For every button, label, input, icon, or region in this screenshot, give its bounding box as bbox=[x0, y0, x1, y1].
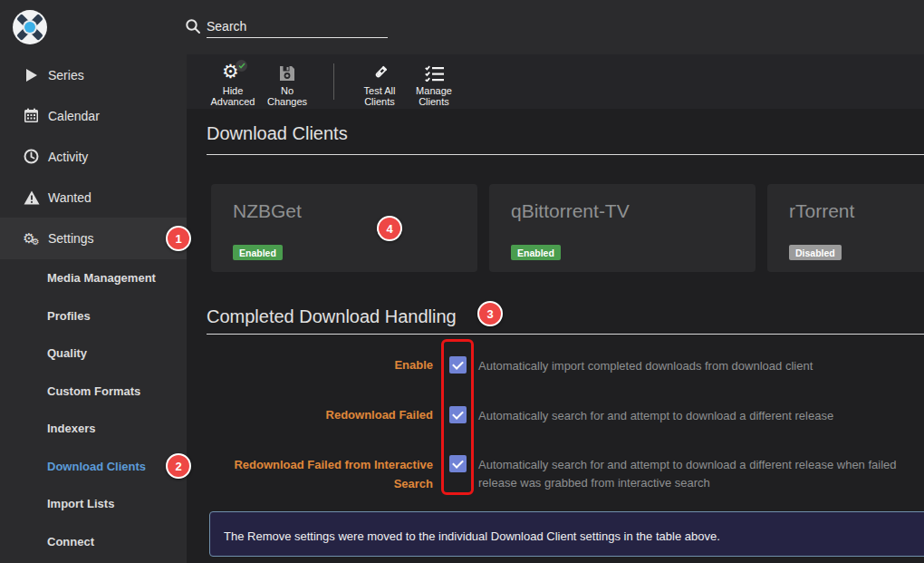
redownload-failed-interactive-help-text: Automatically search for and attempt to … bbox=[478, 456, 915, 492]
play-icon bbox=[23, 66, 40, 83]
client-name: rTorrent bbox=[789, 200, 924, 222]
annotation-badge-4: 4 bbox=[377, 216, 402, 241]
page-toolbar: ⚙ HideAdvanced NoChanges Test AllClients… bbox=[187, 54, 924, 109]
sidebar-item-import-lists[interactable]: Import Lists bbox=[0, 485, 187, 523]
status-badge: Enabled bbox=[511, 245, 561, 260]
client-name: qBittorrent-TV bbox=[511, 200, 734, 222]
sidebar-item-custom-formats[interactable]: Custom Formats bbox=[0, 373, 187, 411]
sidebar-item-quality[interactable]: Quality bbox=[0, 335, 187, 373]
download-client-cards: NZBGet Enabled qBittorrent-TV Enabled rT… bbox=[211, 184, 924, 272]
enable-help-text: Automatically import completed downloads… bbox=[478, 357, 915, 375]
search-area bbox=[185, 15, 393, 42]
warning-icon bbox=[23, 189, 40, 206]
redownload-failed-interactive-label: Redownload Failed from Interactive Searc… bbox=[207, 455, 433, 493]
app-window: Series Calendar Activity Wanted ⚙⚙ Setti… bbox=[0, 0, 924, 563]
search-input[interactable] bbox=[207, 15, 388, 38]
vial-icon bbox=[370, 63, 390, 84]
no-changes-button[interactable]: NoChanges bbox=[261, 54, 313, 109]
gears-icon: ⚙⚙ bbox=[23, 230, 40, 248]
clock-icon bbox=[23, 148, 40, 165]
completed-download-handling-heading: Completed Download Handling bbox=[207, 305, 924, 335]
advanced-gear-check-icon: ⚙ bbox=[222, 63, 244, 84]
download-client-card-nzbget[interactable]: NZBGet Enabled bbox=[211, 184, 477, 272]
client-name: NZBGet bbox=[233, 200, 456, 222]
status-badge: Disabled bbox=[789, 245, 842, 260]
save-icon bbox=[278, 63, 296, 84]
sidebar-item-media-management[interactable]: Media Management bbox=[0, 259, 187, 297]
hide-advanced-button[interactable]: ⚙ HideAdvanced bbox=[207, 54, 259, 109]
download-client-card-qbittorrent-tv[interactable]: qBittorrent-TV Enabled bbox=[489, 184, 756, 272]
download-client-card-rtorrent[interactable]: rTorrent Disabled bbox=[767, 184, 924, 272]
sidebar-item-series[interactable]: Series bbox=[0, 54, 187, 95]
sidebar-item-connect[interactable]: Connect bbox=[0, 523, 187, 561]
download-clients-heading: Download Clients bbox=[207, 121, 924, 155]
sidebar-item-calendar[interactable]: Calendar bbox=[0, 95, 187, 136]
sidebar-item-settings[interactable]: ⚙⚙ Settings bbox=[0, 218, 187, 259]
sidebar-item-label: Activity bbox=[48, 150, 88, 164]
annotation-badge-3: 3 bbox=[477, 301, 503, 326]
sidebar-item-label: Wanted bbox=[48, 190, 91, 205]
remove-settings-notice: The Remove settings were moved to the in… bbox=[209, 511, 924, 557]
toolbar-separator bbox=[333, 63, 334, 100]
main-content: Download Clients NZBGet Enabled qBittorr… bbox=[187, 109, 924, 563]
sidebar-item-profiles[interactable]: Profiles bbox=[0, 297, 187, 335]
status-badge: Enabled bbox=[233, 245, 283, 260]
sonarr-logo-icon[interactable] bbox=[13, 10, 47, 44]
sidebar-item-activity[interactable]: Activity bbox=[0, 136, 187, 177]
annotation-badge-2: 2 bbox=[166, 453, 191, 479]
sidebar-item-label: Calendar bbox=[48, 109, 100, 123]
calendar-icon bbox=[23, 107, 40, 124]
sidebar-item-download-clients[interactable]: Download Clients bbox=[0, 448, 187, 486]
top-bar bbox=[0, 0, 924, 54]
sidebar-item-wanted[interactable]: Wanted bbox=[0, 177, 187, 218]
annotation-rectangle-checkboxes bbox=[441, 339, 474, 495]
enable-label: Enable bbox=[207, 357, 433, 373]
redownload-failed-label: Redownload Failed bbox=[207, 407, 433, 422]
list-check-icon bbox=[425, 63, 444, 84]
sidebar-item-indexers[interactable]: Indexers bbox=[0, 410, 187, 448]
sidebar-item-label: Series bbox=[48, 68, 84, 83]
redownload-failed-help-text: Automatically search for and attempt to … bbox=[478, 407, 915, 425]
search-icon bbox=[185, 18, 201, 38]
manage-clients-button[interactable]: ManageClients bbox=[408, 54, 460, 109]
annotation-badge-1: 1 bbox=[166, 226, 191, 251]
sidebar-item-label: Settings bbox=[48, 231, 94, 246]
test-all-clients-button[interactable]: Test AllClients bbox=[353, 54, 406, 109]
sidebar: Series Calendar Activity Wanted ⚙⚙ Setti… bbox=[0, 54, 187, 563]
